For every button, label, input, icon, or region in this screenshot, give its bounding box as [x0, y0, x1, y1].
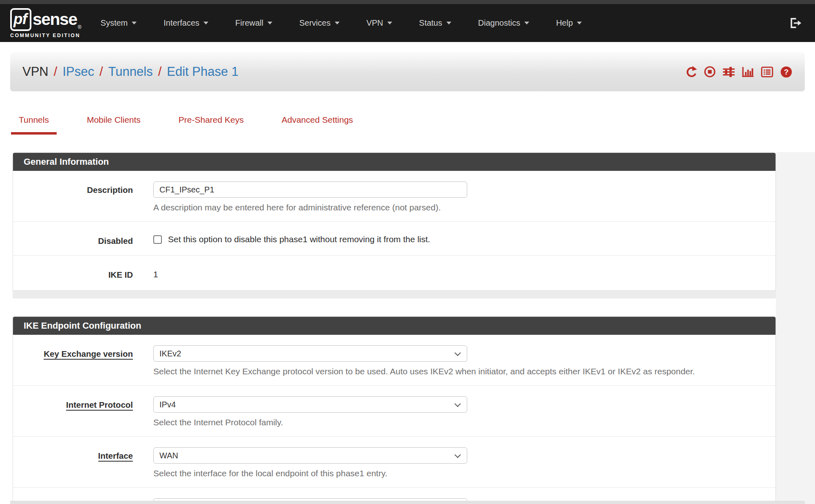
- breadcrumb-separator: /: [99, 64, 103, 79]
- interface-help: Select the interface for the local endpo…: [153, 469, 775, 478]
- nav-item-services[interactable]: Services: [286, 18, 353, 28]
- nav-item-vpn[interactable]: VPN: [353, 18, 406, 28]
- description-label: Description: [13, 181, 133, 212]
- internet-protocol-help: Select the Internet Protocol family.: [153, 418, 775, 427]
- disabled-checkbox-text: Set this option to disable this phase1 w…: [168, 234, 430, 244]
- ike-id-label: IKE ID: [13, 266, 133, 280]
- row-key-exchange-version: Key Exchange version IKEv2 Select the In…: [13, 335, 775, 385]
- refresh-icon[interactable]: [685, 66, 697, 78]
- nav-item-interfaces[interactable]: Interfaces: [150, 18, 222, 28]
- logo-subtitle: COMMUNITY EDITION: [10, 33, 82, 38]
- row-description: Description A description may be entered…: [13, 171, 775, 221]
- log-icon[interactable]: [761, 66, 773, 78]
- ike-id-value: 1: [153, 266, 775, 279]
- breadcrumb-panel: VPN / IPsec / Tunnels / Edit Phase 1: [10, 52, 805, 91]
- tab-pre-shared-keys[interactable]: Pre-Shared Keys: [171, 115, 252, 135]
- row-disabled: Disabled Set this option to disable this…: [13, 221, 775, 255]
- chevron-down-icon: [203, 22, 208, 24]
- sign-out-icon[interactable]: [788, 16, 802, 30]
- chevron-down-icon: [335, 22, 340, 24]
- description-help: A description may be entered here for ad…: [153, 203, 775, 212]
- interface-select[interactable]: WAN: [153, 447, 467, 464]
- svg-text:?: ?: [784, 68, 789, 76]
- internet-protocol-select[interactable]: IPv4: [153, 396, 467, 413]
- panel-gap: [13, 291, 776, 298]
- page-right-gutter: [776, 152, 815, 504]
- stop-icon[interactable]: [704, 66, 716, 78]
- description-input[interactable]: [153, 181, 467, 198]
- panel-general-information: General Information Description A descri…: [13, 153, 776, 291]
- breadcrumb-separator: /: [54, 64, 57, 79]
- page-action-icons: ?: [685, 66, 793, 78]
- logo-sense-text: sense: [33, 10, 77, 29]
- tab-advanced-settings[interactable]: Advanced Settings: [274, 115, 361, 135]
- tab-tunnels[interactable]: Tunnels: [11, 115, 57, 135]
- row-interface: Interface WAN Select the interface for t…: [13, 436, 775, 487]
- breadcrumb: VPN / IPsec / Tunnels / Edit Phase 1: [22, 64, 239, 79]
- chevron-down-icon: [387, 22, 392, 24]
- nav-item-firewall[interactable]: Firewall: [222, 18, 286, 28]
- chevron-down-icon: [455, 401, 461, 407]
- nav-item-system[interactable]: System: [87, 18, 150, 28]
- panel-ike-endpoint-configuration: IKE Endpoint Configuration Key Exchange …: [13, 316, 776, 504]
- tab-bar: Tunnels Mobile Clients Pre-Shared Keys A…: [11, 115, 815, 135]
- nav-menu: System Interfaces Firewall Services VPN …: [87, 18, 595, 28]
- chevron-down-icon: [455, 350, 461, 356]
- row-ike-id: IKE ID 1: [13, 255, 775, 289]
- tab-mobile-clients[interactable]: Mobile Clients: [79, 115, 148, 135]
- breadcrumb-tunnels[interactable]: Tunnels: [108, 64, 153, 79]
- breadcrumb-separator: /: [158, 64, 162, 79]
- panel-header: IKE Endpoint Configuration: [13, 316, 776, 335]
- panel-header: General Information: [13, 153, 776, 171]
- interface-label: Interface: [13, 447, 133, 478]
- nav-item-diagnostics[interactable]: Diagnostics: [465, 18, 543, 28]
- internet-protocol-label: Internet Protocol: [13, 396, 133, 427]
- key-exchange-version-label: Key Exchange version: [13, 345, 133, 376]
- disabled-checkbox[interactable]: [153, 235, 162, 244]
- chevron-down-icon: [455, 452, 461, 458]
- registered-mark: ®: [78, 24, 82, 30]
- nav-item-help[interactable]: Help: [543, 18, 595, 28]
- main-navbar: pf sense ® COMMUNITY EDITION System Inte…: [0, 4, 815, 42]
- chevron-down-icon: [132, 22, 137, 24]
- breadcrumb-edit-phase-1[interactable]: Edit Phase 1: [167, 64, 239, 79]
- nav-item-status[interactable]: Status: [406, 18, 465, 28]
- next-panel-edge: [10, 501, 805, 504]
- breadcrumb-ipsec[interactable]: IPsec: [62, 64, 94, 79]
- row-internet-protocol: Internet Protocol IPv4 Select the Intern…: [13, 385, 775, 436]
- pfsense-logo[interactable]: pf sense ® COMMUNITY EDITION: [10, 8, 82, 38]
- help-icon[interactable]: ?: [780, 66, 793, 78]
- bar-chart-icon[interactable]: [742, 66, 754, 78]
- sliders-icon[interactable]: [722, 66, 735, 78]
- key-exchange-version-select[interactable]: IKEv2: [153, 345, 467, 362]
- logo-pf-mark: pf: [10, 8, 31, 31]
- disabled-label: Disabled: [13, 232, 133, 246]
- breadcrumb-vpn: VPN: [22, 64, 49, 79]
- top-strip: [0, 0, 815, 4]
- chevron-down-icon: [267, 22, 272, 24]
- chevron-down-icon: [577, 22, 582, 24]
- chevron-down-icon: [524, 22, 529, 24]
- chevron-down-icon: [446, 22, 451, 24]
- key-exchange-version-help: Select the Internet Key Exchange protoco…: [153, 367, 775, 376]
